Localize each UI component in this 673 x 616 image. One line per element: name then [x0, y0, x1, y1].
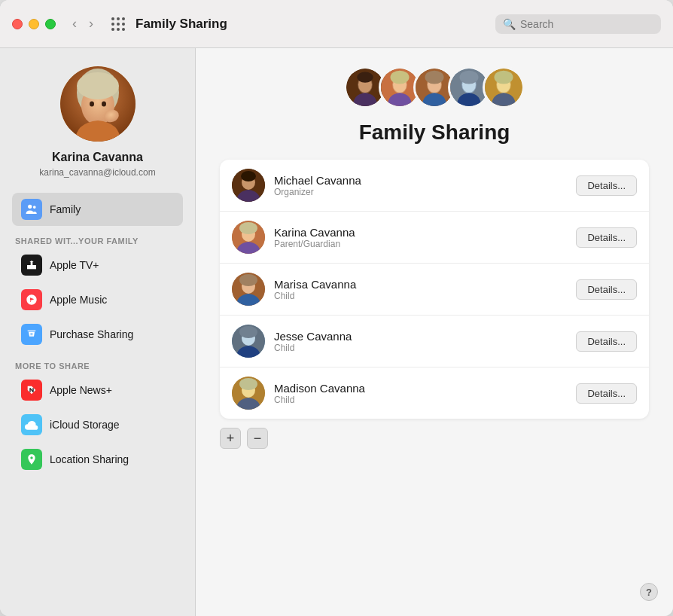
svg-point-8: [33, 206, 36, 209]
member-name: Jesse Cavanna: [274, 330, 567, 343]
remove-member-button[interactable]: −: [247, 428, 268, 449]
member-name: Madison Cavanna: [274, 382, 567, 395]
more-section-label: MORE TO SHARE: [15, 361, 186, 371]
location-label: Location Sharing: [50, 453, 129, 465]
member-row: Jesse Cavanna Child Details...: [220, 316, 649, 367]
appletv-icon: [21, 255, 42, 276]
details-button-jesse[interactable]: Details...: [576, 331, 637, 352]
close-button[interactable]: [12, 19, 23, 29]
member-row: Madison Cavanna Child Details...: [220, 367, 649, 419]
member-avatar-marisa: [232, 273, 265, 306]
user-avatar: [60, 66, 136, 142]
svg-point-20: [425, 71, 444, 84]
details-button-madison[interactable]: Details...: [576, 383, 637, 404]
grid-button[interactable]: [107, 14, 129, 34]
forward-button[interactable]: ›: [84, 13, 98, 35]
member-role: Child: [274, 395, 567, 405]
search-box[interactable]: 🔍: [495, 14, 661, 34]
main-window: ‹ › Family Sharing 🔍: [0, 0, 673, 616]
member-info-madison: Madison Cavanna Child: [274, 382, 567, 405]
maximize-button[interactable]: [45, 19, 56, 29]
member-avatar-jesse: [232, 325, 265, 358]
sidebar-item-applenews[interactable]: Apple News+: [12, 374, 183, 407]
search-input[interactable]: [520, 18, 653, 30]
back-button[interactable]: ‹: [68, 13, 81, 35]
svg-point-3: [77, 72, 119, 99]
main-content: Karina Cavanna karina_cavanna@icloud.com…: [0, 48, 673, 616]
applenews-label: Apple News+: [50, 384, 112, 396]
traffic-lights: [12, 19, 56, 29]
member-row: Marisa Cavanna Child Details...: [220, 264, 649, 316]
member-name: Michael Cavanna: [274, 174, 567, 187]
sidebar-item-applemusic[interactable]: Apple Music: [12, 283, 183, 316]
member-role: Child: [274, 291, 567, 301]
member-info-karina: Karina Cavanna Parent/Guardian: [274, 226, 567, 249]
titlebar: ‹ › Family Sharing 🔍: [0, 0, 673, 48]
svg-point-5: [102, 102, 106, 107]
member-info-michael: Michael Cavanna Organizer: [274, 174, 567, 197]
member-info-jesse: Jesse Cavanna Child: [274, 330, 567, 353]
add-member-button[interactable]: +: [220, 428, 241, 449]
family-avatars: [344, 66, 525, 108]
applemusic-label: Apple Music: [50, 294, 107, 306]
details-button-karina[interactable]: Details...: [576, 227, 637, 248]
user-name: Karina Cavanna: [52, 151, 143, 164]
member-role: Child: [274, 343, 567, 353]
svg-point-34: [239, 222, 257, 234]
user-email: karina_cavanna@icloud.com: [39, 167, 155, 178]
member-name: Karina Cavanna: [274, 226, 567, 239]
window-title: Family Sharing: [136, 17, 495, 32]
member-role: Organizer: [274, 187, 567, 197]
svg-point-24: [460, 71, 479, 84]
member-avatar-madison: [232, 377, 265, 410]
purchase-icon: [21, 324, 42, 345]
svg-point-31: [241, 171, 256, 181]
sidebar-item-icloud[interactable]: iCloud Storage: [12, 408, 183, 441]
family-label: Family: [50, 203, 81, 215]
icloud-icon: [21, 414, 42, 435]
sidebar-item-appletv[interactable]: Apple TV+: [12, 249, 183, 282]
icloud-label: iCloud Storage: [50, 419, 120, 431]
purchase-label: Purchase Sharing: [50, 328, 133, 340]
members-list: Michael Cavanna Organizer Details...: [220, 160, 649, 419]
sidebar: Karina Cavanna karina_cavanna@icloud.com…: [0, 48, 196, 616]
bottom-actions: + −: [220, 428, 268, 449]
svg-point-37: [239, 274, 257, 286]
sidebar-item-purchase[interactable]: Purchase Sharing: [12, 318, 183, 351]
right-panel: Family Sharing Michael Cavanna: [196, 48, 673, 616]
applenews-icon: [21, 380, 42, 401]
svg-point-12: [357, 72, 373, 82]
search-icon: 🔍: [503, 18, 516, 30]
appletv-label: Apple TV+: [50, 259, 99, 271]
applemusic-icon: [21, 289, 42, 310]
member-avatar-michael: [232, 169, 265, 202]
sidebar-item-location[interactable]: Location Sharing: [12, 443, 183, 476]
sidebar-item-family[interactable]: Family: [12, 193, 183, 226]
member-info-marisa: Marisa Cavanna Child: [274, 278, 567, 301]
minimize-button[interactable]: [29, 19, 39, 29]
member-row: Karina Cavanna Parent/Guardian Details..…: [220, 212, 649, 264]
panel-title: Family Sharing: [359, 120, 510, 145]
details-button-michael[interactable]: Details...: [576, 175, 637, 196]
svg-point-40: [239, 326, 257, 338]
details-button-marisa[interactable]: Details...: [576, 279, 637, 300]
member-row: Michael Cavanna Organizer Details...: [220, 160, 649, 212]
member-avatar-karina: [232, 221, 265, 254]
member-role: Parent/Guardian: [274, 239, 567, 249]
help-button[interactable]: ?: [640, 583, 658, 601]
nav-buttons: ‹ ›: [68, 13, 98, 35]
shared-section-label: SHARED WIT...YOUR FAMILY: [15, 236, 186, 245]
family-avatar-5: [483, 66, 525, 108]
family-icon: [21, 199, 42, 220]
svg-point-7: [28, 205, 32, 209]
location-icon: [21, 449, 42, 470]
svg-point-43: [239, 378, 257, 390]
svg-point-4: [90, 102, 94, 107]
grid-icon: [111, 17, 125, 31]
svg-point-28: [495, 71, 513, 84]
svg-point-16: [391, 71, 410, 84]
member-name: Marisa Cavanna: [274, 278, 567, 291]
